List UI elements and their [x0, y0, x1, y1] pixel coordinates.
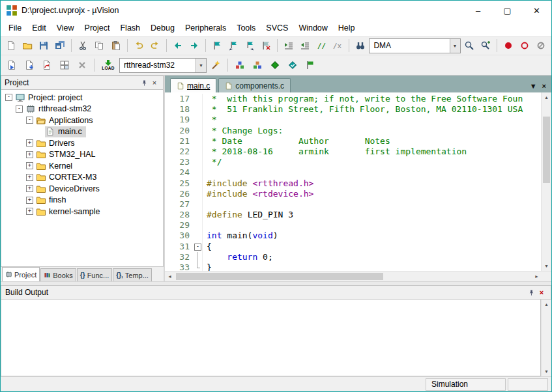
new-file-icon[interactable]: [3, 37, 19, 54]
breakpoint-insert-icon[interactable]: [501, 37, 516, 54]
tree-item-devicedrivers[interactable]: +DeviceDrivers: [1, 183, 163, 195]
menu-svcs[interactable]: SVCS: [261, 21, 293, 35]
target-select[interactable]: rtthread-stm32▼: [119, 58, 207, 73]
rebuild-icon[interactable]: [38, 57, 55, 74]
editor-horizontal-scrollbar[interactable]: ◄ ►: [165, 271, 551, 281]
expand-icon[interactable]: +: [26, 185, 33, 192]
scroll-up-icon[interactable]: ▲: [542, 300, 551, 309]
menu-help[interactable]: Help: [333, 21, 360, 35]
rte-diamond-icon[interactable]: [267, 57, 283, 74]
tree-item-drivers[interactable]: +Drivers: [1, 137, 163, 149]
code-editor[interactable]: 17 * with this program; if not, write to…: [165, 92, 541, 271]
cut-icon[interactable]: [75, 37, 91, 54]
project-panel-close-icon[interactable]: ×: [149, 77, 160, 88]
collapse-icon[interactable]: -: [16, 105, 23, 113]
tree-item-finsh[interactable]: +finsh: [1, 195, 163, 206]
scroll-right-icon[interactable]: ►: [532, 272, 542, 281]
download-load-button[interactable]: LOAD: [98, 56, 119, 74]
menu-debug[interactable]: Debug: [145, 21, 180, 35]
menu-view[interactable]: View: [51, 21, 80, 35]
menu-window[interactable]: Window: [293, 21, 332, 35]
incremental-find-icon[interactable]: [478, 37, 493, 54]
tree-item-rtthread-stm32[interactable]: -rtthread-stm32: [1, 104, 163, 115]
nav-forward-icon[interactable]: [186, 37, 202, 54]
translate-icon[interactable]: [3, 57, 20, 74]
indent-icon[interactable]: [281, 37, 297, 54]
build-icon[interactable]: [21, 57, 38, 74]
pin-icon[interactable]: [139, 77, 149, 88]
bookmark-clear-icon[interactable]: [258, 37, 274, 54]
paste-icon[interactable]: [108, 37, 123, 54]
collapse-icon[interactable]: -: [26, 117, 33, 124]
undo-icon[interactable]: [131, 37, 147, 54]
comment-icon[interactable]: //: [313, 37, 329, 54]
minimize-button[interactable]: –: [463, 1, 493, 20]
panel-tab-temp[interactable]: {},Temp...: [113, 268, 152, 281]
panel-tab-func[interactable]: {}Func...: [77, 268, 112, 281]
tree-item-kernel[interactable]: +Kernel: [1, 160, 163, 172]
panel-tab-books[interactable]: Books: [40, 268, 76, 281]
tree-item-stm32-hal[interactable]: +STM32_HAL: [1, 149, 163, 161]
expand-icon[interactable]: +: [26, 208, 33, 215]
stop-build-icon[interactable]: [74, 57, 91, 74]
panel-tab-project[interactable]: Project: [2, 267, 40, 281]
close-button[interactable]: ✕: [522, 1, 551, 20]
scroll-left-icon[interactable]: ◄: [165, 272, 175, 281]
open-file-icon[interactable]: [20, 37, 35, 54]
device-check-icon[interactable]: [284, 57, 301, 74]
target-options-icon[interactable]: [207, 57, 224, 74]
collapse-icon[interactable]: -: [5, 94, 12, 101]
menu-peripherals[interactable]: Peripherals: [180, 21, 231, 35]
maximize-button[interactable]: ▢: [493, 1, 522, 20]
editor-tab-components-c[interactable]: components.c: [218, 78, 291, 92]
build-output-close-icon[interactable]: ×: [536, 287, 547, 298]
save-icon[interactable]: [36, 37, 51, 54]
tree-item-project-project[interactable]: -Project: project: [1, 92, 163, 104]
chevron-down-icon[interactable]: ▼: [450, 39, 460, 53]
menu-tools[interactable]: Tools: [231, 21, 261, 35]
expand-icon[interactable]: +: [26, 174, 33, 181]
editor-tab-main-c[interactable]: main.c: [170, 78, 216, 92]
nav-back-icon[interactable]: [170, 37, 186, 54]
close-document-icon[interactable]: ×: [542, 82, 546, 90]
build-output-content[interactable]: [1, 300, 541, 376]
breakpoint-disable-icon[interactable]: [517, 37, 532, 54]
menu-edit[interactable]: Edit: [27, 21, 51, 35]
breakpoint-kill-icon[interactable]: [533, 37, 549, 54]
tree-item-kernel-sample[interactable]: +kernel-sample: [1, 206, 163, 217]
redo-icon[interactable]: [147, 37, 163, 54]
scroll-down-icon[interactable]: ▼: [542, 261, 551, 271]
tree-item-main-c[interactable]: main.c: [1, 126, 163, 138]
chevron-down-icon[interactable]: ▼: [196, 59, 206, 72]
fold-collapse-icon[interactable]: -: [194, 244, 201, 251]
board-flag-icon[interactable]: [302, 57, 319, 74]
expand-icon[interactable]: +: [26, 139, 33, 147]
expand-icon[interactable]: +: [26, 162, 33, 169]
manage-components-icon[interactable]: [231, 57, 248, 74]
menu-project[interactable]: Project: [80, 21, 115, 35]
editor-vertical-scrollbar[interactable]: ▲ ▼: [541, 92, 551, 271]
tree-item-applications[interactable]: -Applications: [1, 115, 163, 126]
expand-icon[interactable]: +: [26, 151, 33, 158]
scroll-up-icon[interactable]: ▲: [542, 92, 551, 102]
uncomment-icon[interactable]: /x: [330, 37, 345, 54]
menu-flash[interactable]: Flash: [115, 21, 145, 35]
hscroll-thumb[interactable]: [176, 273, 383, 280]
pack-installer-icon[interactable]: [249, 57, 266, 74]
bookmark-toggle-icon[interactable]: [209, 37, 225, 54]
bookmark-prev-icon[interactable]: [225, 37, 241, 54]
build-output-pin-icon[interactable]: [526, 287, 536, 298]
search-combo[interactable]: DMA▼: [369, 38, 460, 53]
build-output-scrollbar[interactable]: ▲ ▼: [541, 300, 551, 376]
batch-build-icon[interactable]: [56, 57, 73, 74]
save-all-icon[interactable]: [52, 37, 68, 54]
expand-icon[interactable]: +: [26, 197, 33, 204]
outdent-icon[interactable]: [297, 37, 313, 54]
tree-item-cortex-m3[interactable]: +CORTEX-M3: [1, 172, 163, 184]
find-icon[interactable]: [461, 37, 477, 54]
bookmark-next-icon[interactable]: [242, 37, 257, 54]
menu-file[interactable]: File: [3, 21, 27, 35]
copy-icon[interactable]: [91, 37, 107, 54]
vscroll-thumb[interactable]: [543, 117, 550, 183]
scroll-down-icon[interactable]: ▼: [542, 367, 551, 376]
